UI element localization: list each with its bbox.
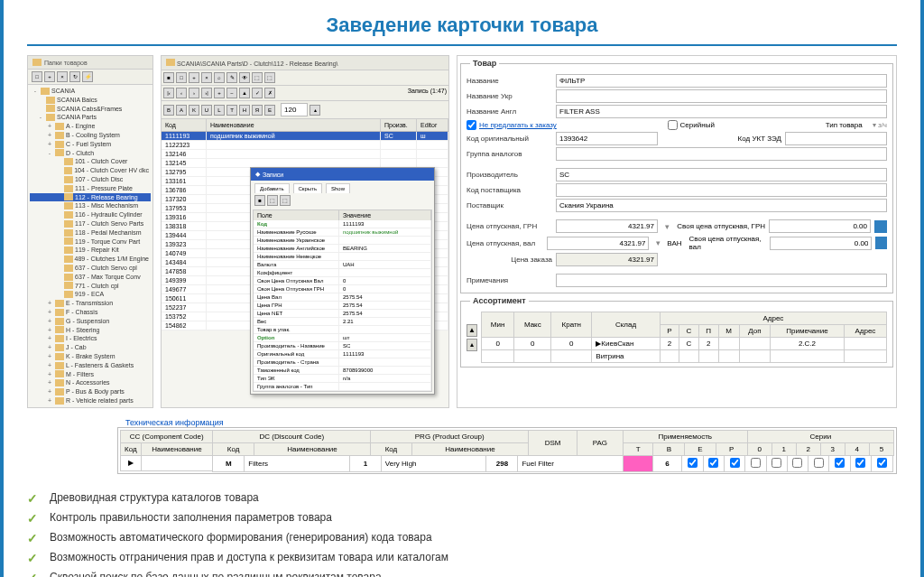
tree-item[interactable]: +B - Cooling System — [30, 131, 151, 140]
prop-row[interactable]: ВалютаUAH — [254, 261, 431, 269]
input-price-val[interactable] — [547, 237, 649, 250]
col-address[interactable]: Адрес — [660, 312, 886, 325]
first-icon[interactable]: |‹ — [163, 88, 174, 98]
prop-col-val[interactable]: Значение — [339, 210, 431, 220]
col-s[interactable]: С — [679, 325, 699, 338]
col-prg[interactable]: PRG (Product Group) — [371, 430, 529, 442]
prop-row[interactable]: Своя Цена Отпускная Вал0 — [254, 277, 431, 285]
input-name-ukr[interactable] — [556, 89, 887, 103]
prop-row[interactable]: Optionшт — [254, 334, 431, 342]
col-kod[interactable]: Код — [162, 119, 207, 131]
tree-item[interactable]: +L - Fasteners & Gaskets — [30, 361, 151, 370]
col-m[interactable]: М — [718, 325, 739, 338]
tree-item[interactable]: -SCANIA Parts — [30, 113, 151, 122]
toolbar-icon[interactable]: × — [57, 71, 68, 82]
prop-col-name[interactable]: Поле — [254, 210, 339, 220]
cb-P[interactable] — [751, 458, 761, 468]
prop-row[interactable]: Цена NET2575.54 — [254, 310, 431, 318]
tree-item[interactable]: +M - Filters — [30, 370, 151, 379]
prop-row[interactable]: Производитель - НазваниеSC — [254, 342, 431, 350]
dropdown-unit[interactable]: ▾ з/ч — [873, 121, 887, 129]
grid-tool-icon[interactable]: ■ — [163, 72, 174, 83]
tree-item[interactable]: 101 - Clutch Cover — [30, 157, 151, 166]
grid-tool-icon[interactable]: ⬚ — [264, 72, 275, 83]
popup-header[interactable]: ◆ Записи — [251, 168, 434, 181]
dropdown-icon[interactable]: ▾ — [665, 222, 670, 231]
tree-item[interactable]: +F - Chassis — [30, 308, 151, 317]
assort-row[interactable]: 000▶КиевСкан2С22.C.2 — [482, 338, 887, 350]
tree-item[interactable]: +N - Accessories — [30, 378, 151, 387]
cb-E[interactable] — [730, 458, 740, 468]
input-own-price-val[interactable] — [770, 237, 872, 250]
prop-row[interactable]: Своя Цена Отпускная ГРН0 — [254, 285, 431, 293]
cb-s2[interactable] — [814, 458, 824, 468]
toolbar-icon[interactable]: □ — [32, 71, 42, 82]
cb-T[interactable] — [688, 458, 698, 468]
col-applic[interactable]: Применяемость — [623, 430, 747, 442]
tree-item[interactable]: 111 - Pressure Plate — [30, 184, 151, 193]
grid-row[interactable]: 1111193подшипник выжимнойSCш — [162, 132, 448, 141]
dropdown-icon[interactable]: ▾ — [656, 238, 661, 247]
prop-row[interactable]: Наименование Русскоеподшипник выжимной — [254, 228, 431, 237]
prop-row[interactable]: Наименование Украинское — [254, 237, 431, 245]
nav-up-icon[interactable]: ▴ — [467, 339, 477, 351]
col-pag[interactable]: PAG — [578, 430, 624, 455]
cb-s4[interactable] — [855, 458, 865, 468]
grid-tool-icon[interactable]: ⌕ — [214, 72, 225, 83]
col-dsm[interactable]: DSM — [529, 430, 578, 455]
col-addr[interactable]: Адрес — [844, 325, 886, 338]
col-p[interactable]: П — [698, 325, 718, 338]
tree-item[interactable]: 117 - Clutch Servo Parts — [30, 219, 151, 228]
calc-icon[interactable] — [875, 237, 887, 249]
checkbox-no-offer[interactable] — [467, 120, 476, 130]
nav-first-icon[interactable]: ▲ — [467, 324, 477, 337]
checkbox-serial[interactable] — [668, 120, 678, 130]
tree-item[interactable]: +P - Bus & Body parts — [30, 387, 151, 396]
catalog-tree[interactable]: - SCANIA SCANIA BaicsSCANIA Cabs&Frames-… — [28, 85, 152, 407]
cb-s5[interactable] — [877, 458, 887, 468]
tab-hide[interactable]: Скрыть — [293, 183, 322, 193]
tree-item[interactable]: 107 - Clutch Disc — [30, 175, 151, 184]
tree-item[interactable]: 637 - Clutch Servo cpl — [30, 264, 151, 273]
tree-item[interactable]: 116 - Hydraulic Cylinder — [30, 210, 151, 219]
tree-item[interactable]: 771 - Clutch cpl — [30, 282, 151, 291]
input-analog[interactable] — [556, 147, 887, 161]
tree-item[interactable]: 104 - Clutch Cover HV dkc — [30, 166, 151, 175]
prop-row[interactable]: Цена ГРН2575.54 — [254, 302, 431, 310]
input-supplier[interactable] — [556, 199, 887, 212]
col-series[interactable]: Серии — [747, 430, 893, 442]
grid-row[interactable]: 1122323 — [162, 141, 448, 150]
tree-item[interactable]: +H - Steering — [30, 326, 151, 335]
tree-item[interactable]: 119 - Repair Kit — [30, 246, 151, 255]
tree-item[interactable]: SCANIA Cabs&Frames — [30, 105, 151, 114]
tech-row[interactable]: ▶ M Filters 1 Very High 298 Fuel Filter … — [121, 455, 894, 471]
add-icon[interactable]: + — [214, 88, 225, 98]
tree-item[interactable]: +A - Engine — [30, 122, 151, 131]
prop-row[interactable]: Таможенный код8708939000 — [254, 367, 431, 375]
toolbar-icon[interactable]: ⚡ — [82, 71, 93, 82]
cb-s1[interactable] — [792, 458, 802, 468]
input-price-uah[interactable] — [556, 219, 658, 233]
col-max[interactable]: Макс — [514, 312, 551, 338]
tree-item[interactable]: +I - Electrics — [30, 334, 151, 343]
tree-item[interactable]: +K - Brake System — [30, 352, 151, 361]
prop-row[interactable]: Цена Вал2575.54 — [254, 293, 431, 302]
last-icon[interactable]: ›| — [201, 88, 212, 98]
tree-item[interactable]: SCANIA Baics — [30, 96, 151, 105]
grid-row[interactable]: 132146 — [162, 150, 448, 159]
cb-s0[interactable] — [772, 458, 781, 468]
tree-item[interactable]: 637 - Max Torque Conv — [30, 273, 151, 282]
tree-root[interactable]: SCANIA — [51, 87, 75, 96]
col-proizv[interactable]: Произв. — [381, 119, 417, 131]
input-own-price-uah[interactable] — [769, 219, 871, 233]
input-name[interactable] — [556, 74, 887, 88]
edit-icon[interactable]: ▲ — [239, 88, 250, 98]
tree-item[interactable]: +G - Suspension — [30, 317, 151, 326]
grid-tool-icon[interactable]: ⬚ — [252, 72, 263, 83]
tree-item[interactable]: -D - Clutch — [30, 149, 151, 158]
col-note[interactable]: Примечание — [771, 325, 845, 338]
tree-item[interactable]: +C - Fuel System — [30, 140, 151, 149]
grid-tool-icon[interactable]: + — [189, 72, 199, 83]
calc-icon[interactable] — [874, 220, 887, 233]
col-name[interactable]: Наименование — [207, 119, 381, 131]
